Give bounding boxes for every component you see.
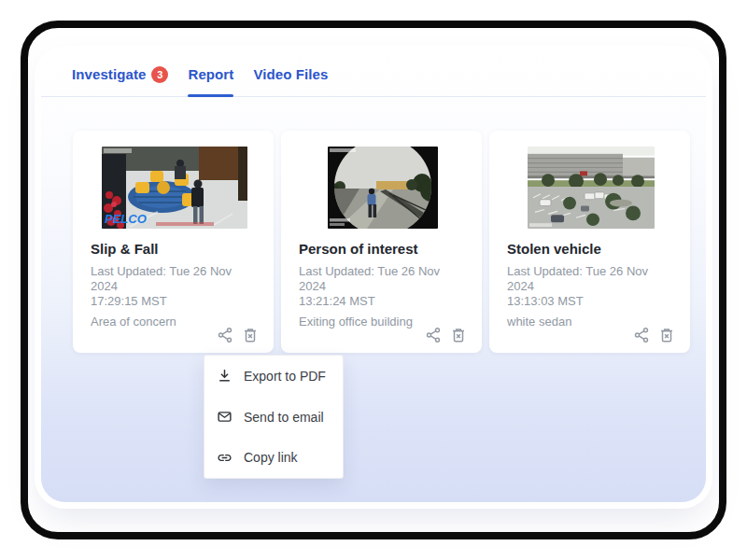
card-last-updated-line1: Last Updated: Tue 26 Nov 2024 bbox=[91, 264, 259, 294]
tab-report-label: Report bbox=[188, 66, 233, 82]
card-last-updated-line2: 13:21:24 MST bbox=[299, 294, 467, 309]
report-card-slip-and-fall: PELCO Slip & Fall Last Updated: Tue 26 N… bbox=[73, 131, 274, 353]
report-card-person-of-interest: Person of interest Last Updated: Tue 26 … bbox=[281, 131, 482, 353]
tab-report[interactable]: Report bbox=[188, 52, 233, 96]
card-title: Stolen vehicle bbox=[507, 241, 675, 257]
download-icon bbox=[217, 368, 233, 384]
card-actions bbox=[217, 327, 259, 343]
camera-snapshot-parking-lot[interactable] bbox=[528, 147, 655, 229]
link-icon bbox=[217, 450, 233, 466]
menu-item-label: Send to email bbox=[244, 410, 324, 425]
menu-item-copy-link[interactable]: Copy link bbox=[204, 437, 343, 478]
share-icon[interactable] bbox=[633, 327, 650, 343]
report-card-list: PELCO Slip & Fall Last Updated: Tue 26 N… bbox=[41, 97, 706, 353]
card-last-updated-line1: Last Updated: Tue 26 Nov 2024 bbox=[299, 264, 467, 294]
camera-snapshot-lobby[interactable]: PELCO bbox=[102, 147, 247, 229]
card-actions bbox=[425, 327, 467, 343]
tab-investigate[interactable]: Investigate 3 bbox=[72, 52, 168, 96]
tab-video-files[interactable]: Video Files bbox=[253, 52, 328, 96]
delete-icon[interactable] bbox=[658, 327, 675, 343]
app-window: Investigate 3 Report Video Files bbox=[41, 52, 706, 502]
report-card-stolen-vehicle: Stolen vehicle Last Updated: Tue 26 Nov … bbox=[489, 131, 690, 353]
share-icon[interactable] bbox=[217, 327, 233, 343]
tab-video-files-label: Video Files bbox=[253, 66, 328, 82]
card-title: Slip & Fall bbox=[91, 241, 259, 257]
menu-item-export-pdf[interactable]: Export to PDF bbox=[204, 356, 343, 397]
delete-icon[interactable] bbox=[450, 327, 467, 343]
tab-investigate-label: Investigate bbox=[72, 66, 146, 82]
delete-icon[interactable] bbox=[242, 327, 259, 343]
card-title: Person of interest bbox=[299, 241, 467, 257]
card-actions bbox=[633, 327, 675, 343]
share-icon[interactable] bbox=[425, 327, 442, 343]
card-last-updated-line2: 13:13:03 MST bbox=[507, 294, 675, 309]
investigate-count-badge: 3 bbox=[151, 66, 168, 83]
menu-item-label: Copy link bbox=[244, 450, 298, 465]
card-last-updated-line2: 17:29:15 MST bbox=[91, 294, 259, 309]
camera-snapshot-fisheye[interactable] bbox=[328, 147, 438, 229]
menu-item-send-email[interactable]: Send to email bbox=[204, 397, 343, 438]
menu-item-label: Export to PDF bbox=[244, 369, 326, 384]
tab-bar: Investigate 3 Report Video Files bbox=[41, 52, 706, 97]
mail-icon bbox=[217, 409, 233, 425]
card-last-updated-line1: Last Updated: Tue 26 Nov 2024 bbox=[507, 264, 675, 294]
pelco-watermark: PELCO bbox=[105, 212, 147, 226]
card-context-menu: Export to PDF Send to email Copy link bbox=[204, 355, 344, 479]
